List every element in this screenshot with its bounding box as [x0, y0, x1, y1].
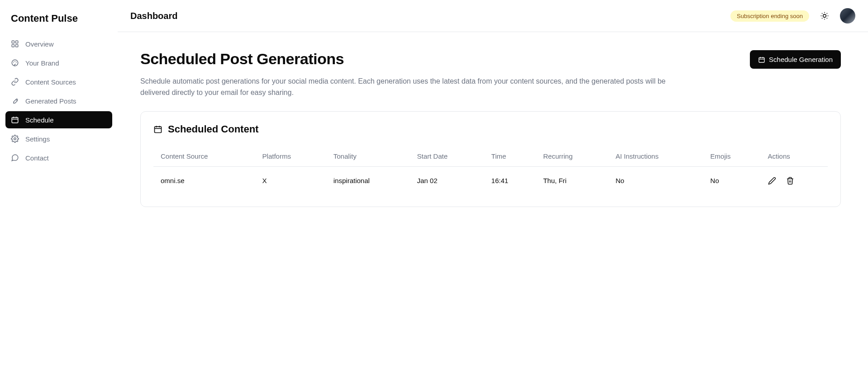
- sidebar-item-label: Overview: [25, 40, 54, 48]
- svg-rect-22: [759, 57, 764, 62]
- svg-rect-26: [155, 127, 162, 132]
- scheduled-table: Content Source Platforms Tonality Start …: [153, 146, 828, 195]
- svg-line-21: [827, 13, 827, 14]
- sidebar-item-schedule[interactable]: Schedule: [5, 111, 112, 128]
- sidebar-item-label: Generated Posts: [25, 97, 76, 105]
- brand-logo[interactable]: Content Pulse: [5, 9, 112, 35]
- chat-icon: [11, 154, 19, 162]
- cell-start-date: Jan 02: [410, 166, 484, 195]
- cell-platforms: X: [255, 166, 326, 195]
- subscription-badge[interactable]: Subscription ending soon: [730, 10, 809, 22]
- col-ai-instructions: AI Instructions: [608, 146, 703, 167]
- col-start-date: Start Date: [410, 146, 484, 167]
- sidebar-item-label: Settings: [25, 135, 50, 143]
- sidebar-item-content-sources[interactable]: Content Sources: [5, 73, 112, 90]
- cell-tonality: inspirational: [326, 166, 410, 195]
- sidebar-item-settings[interactable]: Settings: [5, 130, 112, 147]
- main: Dashboard Subscription ending soon Sched…: [118, 0, 868, 225]
- dashboard-icon: [11, 40, 19, 48]
- cell-content-source: omni.se: [153, 166, 255, 195]
- svg-point-5: [13, 62, 14, 63]
- sidebar-item-contact[interactable]: Contact: [5, 149, 112, 166]
- col-content-source: Content Source: [153, 146, 255, 167]
- cell-emojis: No: [703, 166, 761, 195]
- card-title: Scheduled Content: [168, 123, 258, 135]
- col-emojis: Emojis: [703, 146, 761, 167]
- pen-icon: [11, 97, 19, 105]
- sidebar: Content Pulse Overview Your Brand Conten…: [0, 0, 118, 225]
- topbar: Dashboard Subscription ending soon: [118, 0, 868, 32]
- cell-time: 16:41: [484, 166, 536, 195]
- svg-rect-8: [12, 118, 18, 123]
- col-recurring: Recurring: [536, 146, 608, 167]
- theme-toggle[interactable]: [818, 9, 831, 22]
- palette-icon: [11, 59, 19, 67]
- cell-actions: [761, 166, 828, 195]
- avatar[interactable]: [840, 8, 855, 24]
- page-breadcrumb: Dashboard: [130, 11, 177, 21]
- delete-button[interactable]: [786, 177, 794, 185]
- page-title: Scheduled Post Generations: [140, 50, 344, 68]
- sidebar-item-your-brand[interactable]: Your Brand: [5, 54, 112, 71]
- button-label: Schedule Generation: [769, 56, 833, 63]
- cell-recurring: Thu, Fri: [536, 166, 608, 195]
- col-tonality: Tonality: [326, 146, 410, 167]
- nav-list: Overview Your Brand Content Sources Gene…: [5, 35, 112, 166]
- svg-point-13: [823, 14, 826, 18]
- calendar-icon: [153, 125, 162, 134]
- sidebar-item-label: Content Sources: [25, 78, 76, 86]
- svg-rect-1: [16, 41, 18, 43]
- sidebar-item-label: Contact: [25, 154, 49, 162]
- svg-point-4: [12, 60, 18, 66]
- sidebar-item-generated-posts[interactable]: Generated Posts: [5, 92, 112, 109]
- svg-line-20: [822, 18, 822, 19]
- sun-icon: [820, 11, 829, 20]
- edit-button[interactable]: [768, 177, 776, 185]
- svg-rect-3: [16, 45, 18, 47]
- svg-rect-2: [12, 45, 14, 47]
- pencil-icon: [768, 177, 776, 185]
- col-actions: Actions: [761, 146, 828, 167]
- svg-point-6: [14, 61, 15, 62]
- svg-rect-0: [12, 41, 14, 43]
- svg-line-16: [822, 13, 822, 14]
- link-icon: [11, 78, 19, 86]
- sidebar-item-label: Schedule: [25, 116, 54, 124]
- col-time: Time: [484, 146, 536, 167]
- page-description: Schedule automatic post generations for …: [140, 76, 683, 99]
- cell-ai-instructions: No: [608, 166, 703, 195]
- gear-icon: [11, 135, 19, 143]
- calendar-icon: [11, 116, 19, 124]
- sidebar-item-overview[interactable]: Overview: [5, 35, 112, 52]
- svg-point-12: [14, 138, 16, 140]
- schedule-generation-button[interactable]: Schedule Generation: [750, 50, 841, 69]
- sidebar-item-label: Your Brand: [25, 59, 59, 67]
- scheduled-content-card: Scheduled Content Content Source Platfor…: [140, 111, 841, 207]
- svg-point-7: [16, 62, 17, 63]
- trash-icon: [786, 177, 794, 185]
- svg-line-17: [827, 18, 827, 19]
- calendar-icon: [758, 56, 765, 63]
- table-row: omni.se X inspirational Jan 02 16:41 Thu…: [153, 166, 828, 195]
- col-platforms: Platforms: [255, 146, 326, 167]
